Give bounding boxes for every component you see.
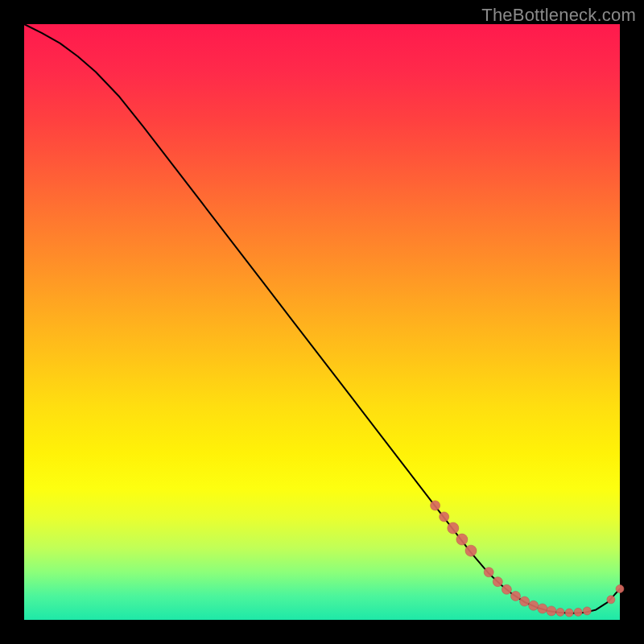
data-point bbox=[574, 608, 582, 616]
data-point bbox=[520, 597, 530, 606]
data-point bbox=[502, 584, 511, 594]
data-point bbox=[448, 522, 459, 534]
data-point bbox=[565, 609, 573, 617]
data-point bbox=[607, 596, 615, 604]
data-point bbox=[529, 601, 539, 610]
data-point bbox=[465, 545, 477, 556]
data-point bbox=[547, 606, 556, 616]
data-point bbox=[511, 591, 521, 601]
data-point bbox=[456, 534, 468, 545]
watermark-text: TheBottleneck.com bbox=[481, 5, 636, 26]
data-point bbox=[493, 577, 502, 587]
data-point bbox=[616, 585, 624, 593]
chart-container: TheBottleneck.com bbox=[0, 0, 644, 644]
data-point bbox=[583, 607, 591, 615]
bottleneck-curve-path bbox=[24, 24, 620, 613]
data-point bbox=[431, 501, 440, 510]
data-point bbox=[556, 608, 564, 616]
data-point bbox=[538, 604, 547, 613]
chart-svg bbox=[24, 24, 620, 620]
data-point bbox=[440, 512, 449, 522]
data-point bbox=[484, 568, 493, 577]
